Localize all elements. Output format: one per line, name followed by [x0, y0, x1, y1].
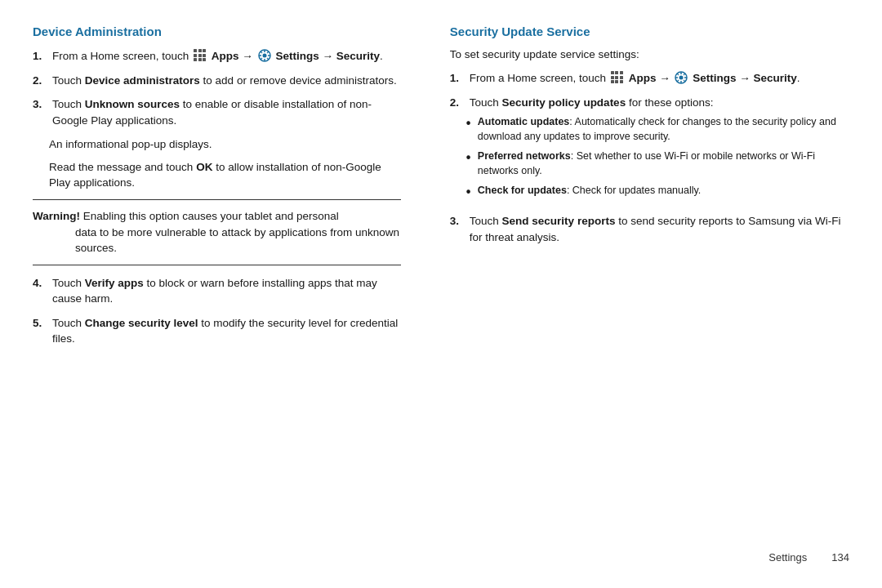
svg-line-17	[684, 80, 685, 82]
step-1-content: From a Home screen, touch Apps →	[52, 48, 401, 65]
check-updates-bold: Check for updates	[478, 185, 567, 196]
bullet-dot-1: •	[466, 115, 476, 144]
security-bold-right-1: Security	[754, 72, 797, 84]
footer-page: 134	[831, 551, 849, 564]
arrow2-left-1: →	[322, 50, 336, 62]
bullet-check-updates: • Check for updates: Check for updates m…	[466, 184, 849, 199]
left-step-1: 1. From a Home screen, touch Apps →	[33, 48, 401, 65]
left-steps-cont: 4. Touch Verify apps to block or warn be…	[33, 275, 401, 347]
warning-main-text: Enabling this option causes your tablet …	[80, 210, 339, 222]
step-3-content: Touch Unknown sources to enable or disab…	[52, 96, 401, 128]
step-number-2: 2.	[33, 73, 49, 89]
security-bold-left-1: Security	[336, 50, 380, 62]
left-steps: 1. From a Home screen, touch Apps →	[33, 48, 401, 128]
step-number-1: 1.	[33, 48, 49, 65]
bullet-dot-3: •	[466, 184, 476, 199]
bullet-content-1: Automatic updates: Automatically check f…	[478, 115, 849, 144]
right-step-2: 2. Touch Security policy updates for the…	[450, 95, 849, 206]
columns: Device Administration 1. From a Home scr…	[33, 24, 849, 543]
security-policy-bold: Security policy updates	[502, 96, 626, 109]
arrow-right-1: →	[659, 72, 673, 84]
apps-icon-left-1	[194, 49, 207, 62]
step-2-content: Touch Device administrators to add or re…	[52, 73, 401, 89]
right-step-3: 3. Touch Send security reports to send s…	[450, 213, 849, 245]
warning-block: Warning! Enabling this option causes you…	[33, 199, 401, 265]
left-step-5: 5. Touch Change security level to modify…	[33, 315, 401, 347]
bullet-dot-2: •	[466, 149, 476, 178]
unknown-sources-bold: Unknown sources	[85, 98, 180, 110]
apps-label-right-1: Apps	[629, 72, 657, 84]
left-step-2: 2. Touch Device administrators to add or…	[33, 73, 401, 89]
right-section-title: Security Update Service	[450, 24, 849, 38]
svg-line-16	[677, 74, 679, 75]
svg-line-18	[684, 74, 685, 75]
settings-icon-left-1	[258, 49, 271, 62]
intro-text: To set security update service settings:	[450, 48, 849, 60]
page-container: Device Administration 1. From a Home scr…	[0, 0, 882, 588]
sub-para-2: Read the message and touch OK to allow i…	[49, 159, 401, 191]
step-5-content: Touch Change security level to modify th…	[52, 315, 401, 347]
apps-icon-right-1	[611, 71, 624, 84]
right-step-number-3: 3.	[450, 213, 466, 245]
right-step-1-content: From a Home screen, touch Apps →	[470, 70, 849, 87]
svg-line-7	[267, 58, 269, 60]
right-step-number-2: 2.	[450, 95, 466, 111]
right-step-2-content: Touch Security policy updates for these …	[470, 95, 849, 111]
right-step-1: 1. From a Home screen, touch Apps →	[450, 70, 849, 87]
bullet-content-2: Preferred networks: Set whether to use W…	[478, 149, 849, 178]
step-4-content: Touch Verify apps to block or warn befor…	[52, 275, 401, 307]
svg-line-6	[261, 51, 262, 53]
left-step-4: 4. Touch Verify apps to block or warn be…	[33, 275, 401, 307]
settings-icon-right-1	[675, 71, 688, 84]
right-step-2-row: 2. Touch Security policy updates for the…	[450, 95, 849, 111]
sub-para-1: An informational pop-up displays.	[49, 136, 401, 153]
step-number-4: 4.	[33, 275, 49, 307]
footer-label: Settings	[768, 551, 807, 564]
svg-line-8	[267, 51, 269, 53]
right-step-number-1: 1.	[450, 70, 466, 87]
right-step-3-content: Touch Send security reports to send secu…	[470, 213, 849, 245]
arrow-left-1: →	[242, 50, 256, 62]
step-number-5: 5.	[33, 315, 49, 347]
send-security-bold: Send security reports	[502, 215, 616, 227]
bullet-content-3: Check for updates: Check for updates man…	[478, 184, 849, 199]
svg-point-11	[679, 76, 684, 80]
auto-updates-bold: Automatic updates	[478, 116, 570, 127]
left-section-title: Device Administration	[33, 24, 401, 38]
arrow2-right-1: →	[739, 72, 753, 84]
right-column: Security Update Service To set security …	[434, 24, 849, 543]
device-admin-bold: Device administrators	[85, 74, 200, 87]
step-number-3: 3.	[33, 96, 49, 128]
left-column: Device Administration 1. From a Home scr…	[33, 24, 434, 543]
apps-label-left-1: Apps	[212, 50, 239, 62]
warning-label: Warning!	[33, 210, 80, 222]
preferred-networks-bold: Preferred networks	[478, 150, 571, 162]
left-step-3: 3. Touch Unknown sources to enable or di…	[33, 96, 401, 128]
change-security-bold: Change security level	[85, 317, 198, 329]
warning-indent: data to be more vulnerable to attack by …	[75, 225, 401, 256]
footer: Settings 134	[33, 543, 849, 564]
bullet-auto-updates: • Automatic updates: Automatically check…	[466, 115, 849, 144]
svg-line-9	[261, 58, 262, 60]
security-bullets: • Automatic updates: Automatically check…	[466, 115, 849, 205]
svg-line-19	[677, 80, 679, 82]
svg-point-1	[262, 54, 266, 58]
right-steps: 1. From a Home screen, touch Apps →	[450, 70, 849, 245]
settings-bold-right-1: Settings	[693, 72, 736, 84]
verify-apps-bold: Verify apps	[85, 277, 144, 289]
settings-bold-left-1: Settings	[275, 50, 318, 62]
bullet-preferred-networks: • Preferred networks: Set whether to use…	[466, 149, 849, 178]
